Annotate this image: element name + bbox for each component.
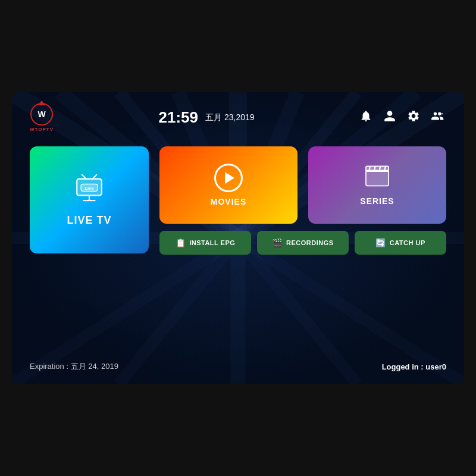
live-tv-button[interactable]: Live LIVE TV bbox=[30, 146, 149, 253]
install-epg-label: INSTALL EPG bbox=[189, 239, 235, 246]
recordings-icon: 🎬 bbox=[272, 238, 283, 248]
svg-rect-23 bbox=[366, 170, 389, 186]
expiration-text: Expiration : 五月 24, 2019 bbox=[30, 361, 118, 372]
svg-text:Live: Live bbox=[84, 185, 94, 190]
series-clapboard-icon bbox=[365, 164, 390, 192]
live-tv-icon: Live bbox=[74, 174, 105, 205]
recordings-label: RECORDINGS bbox=[286, 239, 334, 246]
logo-hat-decoration bbox=[38, 101, 45, 105]
series-label: SERIES bbox=[360, 196, 394, 206]
screen-content: W WTOPTV 21:59 五月 23,2019 bbox=[12, 92, 464, 384]
user-icon[interactable] bbox=[383, 109, 396, 126]
catch-up-button[interactable]: 🔄 CATCH UP bbox=[355, 231, 446, 255]
header-icons bbox=[359, 109, 446, 126]
series-button[interactable]: SERIES bbox=[308, 146, 446, 224]
logo-label: WTOPTV bbox=[30, 127, 54, 132]
logo-letter: W bbox=[37, 109, 45, 119]
right-section: MOVIES bbox=[159, 146, 446, 255]
expiration-label: Expiration : bbox=[30, 362, 68, 371]
bell-icon[interactable] bbox=[359, 109, 372, 126]
main-buttons: Live LIVE TV MOVIES bbox=[30, 146, 446, 352]
settings-icon[interactable] bbox=[407, 109, 420, 126]
recordings-button[interactable]: 🎬 RECORDINGS bbox=[257, 231, 349, 255]
catch-up-label: CATCH UP bbox=[390, 239, 425, 246]
footer: Expiration : 五月 24, 2019 Logged in : use… bbox=[30, 361, 446, 372]
expiration-date: 五月 24, 2019 bbox=[71, 362, 118, 371]
logo-area: W WTOPTV bbox=[30, 103, 54, 132]
movies-play-icon bbox=[214, 164, 243, 192]
datetime: 21:59 五月 23,2019 bbox=[159, 108, 255, 127]
header: W WTOPTV 21:59 五月 23,2019 bbox=[30, 103, 446, 132]
play-triangle bbox=[225, 172, 234, 184]
top-row: MOVIES bbox=[159, 146, 446, 224]
clock-time: 21:59 bbox=[159, 108, 199, 127]
live-tv-label: LIVE TV bbox=[67, 214, 111, 227]
movies-button[interactable]: MOVIES bbox=[159, 146, 298, 224]
switch-user-icon[interactable] bbox=[431, 109, 446, 126]
logged-in-label: Logged in : bbox=[382, 362, 424, 371]
install-epg-button[interactable]: 📋 INSTALL EPG bbox=[159, 231, 251, 255]
catch-up-icon: 🔄 bbox=[375, 238, 386, 248]
clock-date: 五月 23,2019 bbox=[205, 112, 255, 123]
logged-in-text: Logged in : user0 bbox=[382, 362, 446, 371]
install-epg-icon: 📋 bbox=[176, 238, 186, 248]
logo-circle: W bbox=[30, 103, 53, 126]
username: user0 bbox=[425, 362, 446, 371]
bottom-row: 📋 INSTALL EPG 🎬 RECORDINGS 🔄 CATCH UP bbox=[159, 231, 446, 255]
movies-label: MOVIES bbox=[211, 197, 246, 206]
main-screen: W WTOPTV 21:59 五月 23,2019 bbox=[12, 92, 464, 384]
